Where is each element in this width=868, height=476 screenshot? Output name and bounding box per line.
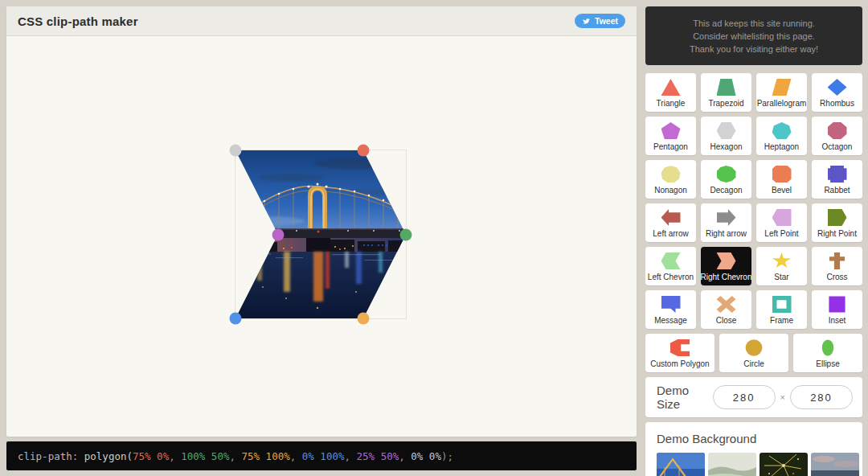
heptagon-icon [772,122,792,139]
ad-line: Consider whitelisting this page. [645,30,862,43]
shape-star[interactable]: Star [756,247,807,285]
main-panel: CSS clip-path maker Tweet [6,6,637,437]
shape-label: Parallelogram [757,99,807,108]
shape-triangle[interactable]: Triangle [645,73,696,112]
background-thumbnail-beach[interactable] [811,453,859,476]
shape-label: Frame [770,316,793,325]
shape-label: Trapezoid [708,99,743,108]
shape-message[interactable]: Message [645,290,696,329]
shape-ellipse[interactable]: Ellipse [793,334,862,372]
shape-label: Octagon [822,142,853,151]
shape-label: Pentagon [653,142,688,151]
bridge-photo [235,150,406,318]
shape-label: Bevel [772,186,792,195]
twitter-bird-icon [582,17,592,25]
background-thumbnail-fireworks[interactable] [760,453,808,476]
decagon-icon [717,166,736,183]
right-arrow-icon [717,209,736,226]
background-thumbnail-landscape[interactable] [708,453,756,476]
shape-right-point[interactable]: Right Point [812,203,862,242]
inset-icon [828,296,847,313]
shape-parallelogram[interactable]: Parallelogram [756,73,807,112]
demo-height-input[interactable] [790,385,853,409]
handle-right-middle[interactable] [400,228,412,240]
shape-label: Right arrow [706,229,747,238]
demo-image-clipped[interactable] [235,150,406,318]
frame-icon [772,296,792,313]
octagon-icon [828,122,847,139]
shape-rhombus[interactable]: Rhombus [812,73,862,112]
shape-rabbet[interactable]: Rabbet [812,160,862,199]
ad-notice: This ad keeps this site running. Conside… [645,6,862,65]
left-point-icon [772,209,792,226]
shape-circle[interactable]: Circle [719,334,788,372]
shape-right-arrow[interactable]: Right arrow [701,203,751,242]
trapezoid-icon [717,79,736,96]
shape-left-arrow[interactable]: Left arrow [645,203,696,242]
shape-cross[interactable]: Cross [812,247,862,285]
shape-label: Right Chevron [701,273,751,281]
ad-line: Thank you for visiting either way! [645,43,862,55]
shape-pentagon[interactable]: Pentagon [645,117,696,155]
handle-left-middle[interactable] [272,228,285,240]
shape-inset[interactable]: Inset [812,290,862,329]
rabbet-icon [828,166,847,183]
shape-label: Star [774,273,788,281]
shape-octagon[interactable]: Octagon [812,117,862,155]
message-icon [661,296,681,313]
custom-polygon-icon [670,339,690,356]
shape-label: Ellipse [816,359,839,368]
right-chevron-icon [717,252,736,269]
shape-label: Left Point [764,229,798,238]
shape-grid: TriangleTrapezoidParallelogramRhombusPen… [645,73,862,329]
shape-label: Message [654,316,687,325]
ellipse-icon [818,339,837,356]
clip-path-code: clip-path: polygon(75% 0%, 100% 50%, 75%… [18,450,453,462]
demo-width-input[interactable] [713,385,776,409]
shape-label: Close [716,316,737,325]
shape-decagon[interactable]: Decagon [701,160,751,199]
demo-size-panel: Demo Size × [645,377,862,417]
star-icon [772,252,792,269]
tweet-button[interactable]: Tweet [575,14,625,28]
shape-right-chevron[interactable]: Right Chevron [701,247,751,285]
shape-custom-polygon[interactable]: Custom Polygon [645,334,714,372]
css-output-bar: clip-path: polygon(75% 0%, 100% 50%, 75%… [6,441,637,470]
close-icon [717,296,736,313]
shape-grid-bottom: Custom PolygonCircleEllipse [645,334,862,372]
shape-hexagon[interactable]: Hexagon [701,117,751,155]
shape-label: Nonagon [654,186,687,195]
nonagon-icon [661,166,681,183]
size-separator: × [780,392,785,402]
pentagon-icon [661,122,681,139]
shape-label: Left arrow [653,229,688,238]
ad-line: This ad keeps this site running. [645,17,862,30]
demo-size-label: Demo Size [657,384,713,411]
shape-nonagon[interactable]: Nonagon [645,160,696,199]
background-thumbnail-bridge[interactable] [657,453,705,476]
shape-left-point[interactable]: Left Point [756,203,807,242]
handle-top-75[interactable] [358,145,370,157]
shape-label: Rabbet [824,186,850,195]
shape-heptagon[interactable]: Heptagon [756,117,807,155]
shape-label: Custom Polygon [650,359,709,368]
shape-trapezoid[interactable]: Trapezoid [701,73,751,112]
left-chevron-icon [661,252,681,269]
shape-close[interactable]: Close [701,290,751,329]
shape-label: Circle [743,359,764,368]
shape-label: Left Chevron [648,273,694,281]
shape-left-chevron[interactable]: Left Chevron [645,247,696,285]
handle-bottom-left[interactable] [230,313,242,325]
left-arrow-icon [661,209,681,226]
handle-top-left[interactable] [230,145,242,157]
handle-bottom-75[interactable] [358,313,370,325]
shape-frame[interactable]: Frame [756,290,807,329]
shape-label: Decagon [710,186,742,195]
shape-label: Cross [826,273,847,281]
demo-canvas[interactable] [6,36,637,437]
shape-label: Rhombus [820,99,854,108]
shape-bevel[interactable]: Bevel [756,160,807,199]
sidebar: This ad keeps this site running. Conside… [645,6,862,476]
shape-label: Triangle [657,99,686,108]
shape-label: Right Point [817,229,857,238]
